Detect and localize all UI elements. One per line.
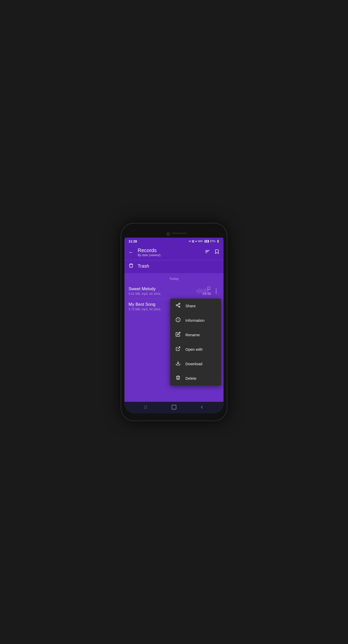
bookmark-button[interactable] (214, 249, 219, 256)
battery-text: 47% (210, 240, 215, 243)
sort-button[interactable] (205, 249, 210, 256)
phone-frame: 11:28 ✉ 🖼 ♥ WiFi ▐▐▐ 47% 🔋 ← Records By … (121, 223, 227, 421)
recent-apps-button[interactable] (144, 405, 149, 411)
notch (124, 231, 224, 238)
svg-rect-18 (172, 405, 176, 409)
image-icon: 🖼 (192, 240, 194, 243)
nav-bar (124, 402, 224, 413)
back-nav-button[interactable] (199, 405, 204, 411)
battery-icon: 🔋 (216, 240, 219, 243)
download-icon (175, 361, 181, 367)
bookmark-icon (214, 249, 219, 254)
app-bar-right (205, 249, 219, 256)
trash-label: Trash (138, 264, 149, 269)
info-icon (175, 317, 181, 324)
svg-line-8 (178, 347, 180, 349)
back-button[interactable]: ← (129, 249, 134, 255)
trash-row[interactable]: Trash (124, 260, 224, 273)
status-bar: 11:28 ✉ 🖼 ♥ WiFi ▐▐▐ 47% 🔋 (124, 238, 224, 245)
rename-icon (175, 332, 181, 338)
status-icons: ✉ 🖼 ♥ WiFi ▐▐▐ 47% 🔋 (189, 240, 219, 243)
app-subtitle: By date (newest) (138, 253, 161, 257)
status-time: 11:28 (129, 239, 137, 243)
delete-icon (175, 375, 181, 381)
menu-item-information[interactable]: Information (170, 313, 221, 328)
menu-label-share: Share (185, 304, 196, 308)
menu-overlay: Share Information (124, 273, 224, 402)
menu-label-information: Information (185, 318, 204, 323)
menu-item-open-with[interactable]: Open with (170, 342, 221, 357)
menu-label-delete: Delete (185, 376, 196, 380)
content-area: Today Sweet Melody 5.01 MB, mp3, 44.1kHz… (124, 273, 224, 402)
svg-line-4 (177, 304, 179, 305)
menu-item-delete[interactable]: Delete (170, 371, 221, 386)
phone-screen: 11:28 ✉ 🖼 ♥ WiFi ▐▐▐ 47% 🔋 ← Records By … (124, 231, 224, 413)
heart-icon: ♥ (195, 240, 197, 243)
app-bar-title: Records By date (newest) (138, 247, 161, 257)
speaker (171, 233, 187, 234)
context-menu: Share Information (170, 299, 221, 386)
menu-label-open-with: Open with (185, 347, 203, 351)
svg-point-2 (179, 306, 180, 307)
svg-point-1 (176, 305, 178, 306)
svg-line-3 (177, 305, 179, 306)
menu-label-rename: Rename (185, 333, 200, 337)
trash-svg (129, 263, 134, 268)
camera (166, 232, 170, 236)
menu-item-share[interactable]: Share (170, 299, 221, 313)
email-icon: ✉ (189, 240, 191, 243)
app-bar: ← Records By date (newest) (124, 245, 224, 260)
svg-point-0 (179, 303, 180, 304)
wifi-icon: WiFi (198, 240, 203, 243)
sort-icon (205, 249, 210, 254)
open-with-icon (175, 346, 181, 352)
signal-icon: ▐▐▐ (204, 240, 209, 242)
menu-item-rename[interactable]: Rename (170, 328, 221, 342)
menu-label-download: Download (185, 362, 202, 366)
app-bar-left: ← Records By date (newest) (129, 247, 161, 257)
app-title: Records (138, 247, 161, 253)
home-button[interactable] (171, 404, 177, 411)
trash-icon (129, 263, 134, 270)
menu-item-download[interactable]: Download (170, 357, 221, 371)
share-icon (175, 303, 181, 309)
